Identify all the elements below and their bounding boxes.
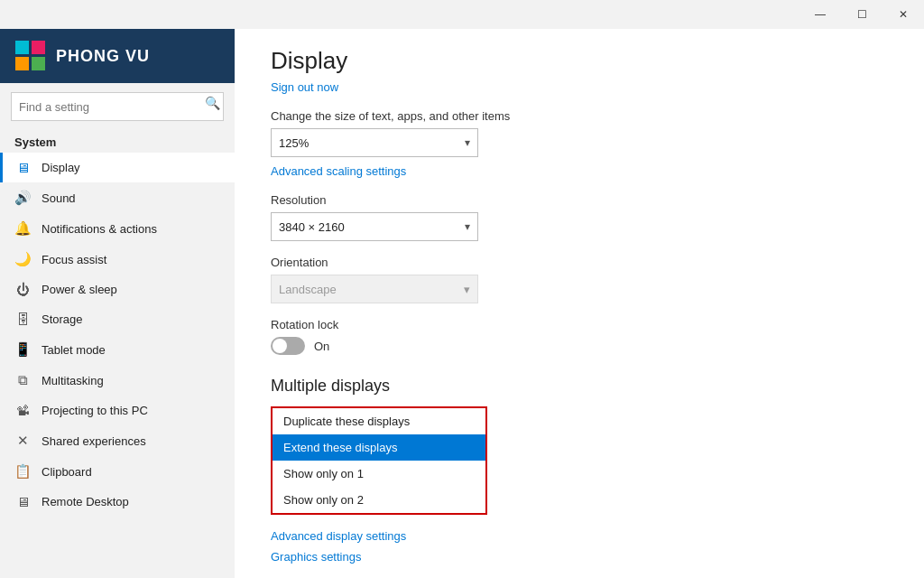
focus-icon: 🌙: [14, 251, 31, 267]
titlebar: — ☐ ✕: [0, 0, 924, 29]
advanced-scaling-link[interactable]: Advanced scaling settings: [271, 164, 406, 178]
graphics-link[interactable]: Graphics settings: [271, 550, 888, 564]
page-title: Display: [271, 47, 888, 75]
scale-dropdown[interactable]: 125% ▾: [271, 128, 478, 157]
resolution-value: 3840 × 2160: [279, 220, 345, 234]
sidebar-item-clipboard-label: Clipboard: [42, 465, 92, 479]
svg-rect-3: [32, 57, 45, 70]
notifications-icon: 🔔: [14, 220, 31, 237]
orientation-label: Orientation: [271, 256, 888, 269]
sidebar-item-notifications[interactable]: 🔔 Notifications & actions: [0, 213, 235, 244]
sidebar-logo: PHONG VU: [0, 29, 235, 83]
sidebar-item-sound-label: Sound: [42, 191, 76, 205]
search-icon-button[interactable]: 🔍: [205, 96, 220, 110]
resolution-dropdown[interactable]: 3840 × 2160 ▾: [271, 212, 478, 241]
sidebar-item-power[interactable]: ⏻ Power & sleep: [0, 275, 235, 304]
system-section-label: System: [0, 130, 235, 153]
svg-rect-2: [15, 57, 29, 70]
sidebar: PHONG VU 🔍 System 🖥 Display 🔊 Sound 🔔 No…: [0, 29, 235, 578]
power-icon: ⏻: [14, 282, 31, 297]
app-body: PHONG VU 🔍 System 🖥 Display 🔊 Sound 🔔 No…: [0, 29, 924, 578]
sidebar-item-tablet-label: Tablet mode: [42, 343, 106, 357]
remote-icon: 🖥: [14, 494, 31, 509]
display-option-duplicate[interactable]: Duplicate these displays: [273, 408, 485, 434]
sidebar-item-display[interactable]: 🖥 Display: [0, 153, 235, 182]
orientation-value: Landscape: [279, 283, 337, 296]
sidebar-item-projecting-label: Projecting to this PC: [42, 404, 148, 417]
sidebar-item-storage-label: Storage: [42, 312, 83, 326]
scale-chevron-icon: ▾: [465, 136, 470, 149]
sidebar-item-multitasking-label: Multitasking: [42, 374, 104, 387]
storage-icon: 🗄: [14, 312, 31, 327]
rotation-on-label: On: [314, 340, 329, 353]
main-content: Display Sign out now Change the size of …: [235, 29, 924, 578]
sidebar-item-shared[interactable]: ✕ Shared experiences: [0, 425, 235, 456]
scale-value: 125%: [279, 136, 309, 150]
sidebar-item-display-label: Display: [42, 161, 80, 174]
sound-icon: 🔊: [14, 190, 31, 206]
display-option-extend[interactable]: Extend these displays: [273, 434, 485, 461]
sidebar-item-focus-label: Focus assist: [42, 253, 106, 266]
sidebar-search[interactable]: 🔍: [11, 92, 224, 121]
phongvu-logo-icon: [14, 40, 47, 72]
scale-label: Change the size of text, apps, and other…: [271, 109, 888, 123]
resolution-chevron-icon: ▾: [465, 220, 470, 233]
minimize-button[interactable]: —: [799, 0, 841, 29]
advanced-display-link[interactable]: Advanced display settings: [271, 529, 888, 543]
sidebar-item-tablet[interactable]: 📱 Tablet mode: [0, 334, 235, 365]
rotation-lock-row: On: [271, 337, 888, 355]
sidebar-item-remote[interactable]: 🖥 Remote Desktop: [0, 487, 235, 517]
multitasking-icon: ⧉: [14, 372, 31, 388]
projecting-icon: 📽: [14, 403, 31, 418]
clipboard-icon: 📋: [14, 463, 31, 480]
rotation-lock-label: Rotation lock: [271, 318, 888, 331]
rotation-lock-toggle[interactable]: [271, 337, 305, 355]
orientation-chevron-icon: ▾: [464, 283, 470, 296]
sidebar-item-sound[interactable]: 🔊 Sound: [0, 182, 235, 213]
sidebar-logo-text: PHONG VU: [56, 47, 150, 66]
sidebar-item-remote-label: Remote Desktop: [42, 495, 129, 508]
shared-icon: ✕: [14, 433, 31, 449]
multiple-displays-dropdown[interactable]: Duplicate these displays Extend these di…: [271, 406, 487, 515]
sidebar-item-multitasking[interactable]: ⧉ Multitasking: [0, 365, 235, 396]
multiple-displays-heading: Multiple displays: [271, 377, 888, 396]
sidebar-item-clipboard[interactable]: 📋 Clipboard: [0, 456, 235, 487]
display-option-only1[interactable]: Show only on 1: [273, 461, 485, 487]
sidebar-item-notifications-label: Notifications & actions: [42, 222, 157, 236]
display-icon: 🖥: [14, 160, 31, 175]
search-input[interactable]: [11, 92, 224, 121]
toggle-thumb: [273, 339, 287, 353]
sidebar-item-shared-label: Shared experiences: [42, 434, 146, 448]
svg-rect-0: [15, 41, 29, 54]
sidebar-item-storage[interactable]: 🗄 Storage: [0, 304, 235, 334]
sidebar-item-focus[interactable]: 🌙 Focus assist: [0, 244, 235, 275]
sidebar-item-projecting[interactable]: 📽 Projecting to this PC: [0, 396, 235, 425]
display-option-only2[interactable]: Show only on 2: [273, 487, 485, 513]
close-button[interactable]: ✕: [882, 0, 924, 29]
svg-rect-1: [32, 41, 45, 54]
bottom-links: Advanced display settings Graphics setti…: [271, 529, 888, 564]
orientation-dropdown: Landscape ▾: [271, 275, 478, 303]
sign-out-link[interactable]: Sign out now: [271, 80, 338, 94]
sidebar-item-power-label: Power & sleep: [42, 283, 117, 296]
resolution-label: Resolution: [271, 193, 888, 207]
tablet-icon: 📱: [14, 341, 31, 358]
maximize-button[interactable]: ☐: [841, 0, 882, 29]
